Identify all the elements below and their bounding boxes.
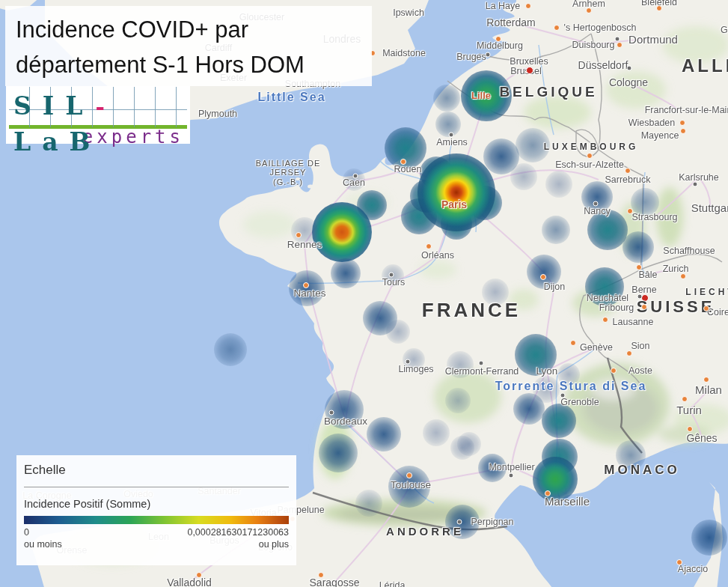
legend-max-caption: ou plus: [259, 539, 289, 550]
logo-letters-row: SIL-LaB: [6, 88, 190, 124]
legend-title: Echelle: [24, 463, 289, 478]
title-box: Incidence COVID+ par département S-1 Hor…: [5, 6, 372, 86]
logo-sil: SIL: [6, 91, 94, 121]
legend-box: Echelle Incidence Positif (Somme) 0 0,00…: [16, 455, 296, 565]
legend-min-value: 0: [24, 527, 29, 538]
logo-lab: LaB: [6, 127, 101, 156]
legend-values-row: 0 0,000281630171230063: [24, 527, 289, 538]
sil-lab-logo: SIL-LaB experts: [6, 86, 190, 144]
legend-gradient-bar: [24, 516, 289, 524]
legend-measure-label: Incidence Positif (Somme): [24, 498, 289, 510]
page-title-line1: Incidence COVID+ par: [16, 12, 372, 47]
page-title-line2: département S-1 Hors DOM: [16, 47, 372, 82]
map-canvas[interactable]: GloucesterLondresCardiffSouthamptonExete…: [0, 0, 728, 587]
legend-max-value: 0,000281630171230063: [187, 527, 289, 538]
legend-captions-row: ou moins ou plus: [24, 539, 289, 550]
logo-dash: -: [94, 94, 115, 120]
legend-min-caption: ou moins: [24, 539, 62, 550]
legend-divider: [24, 487, 289, 487]
